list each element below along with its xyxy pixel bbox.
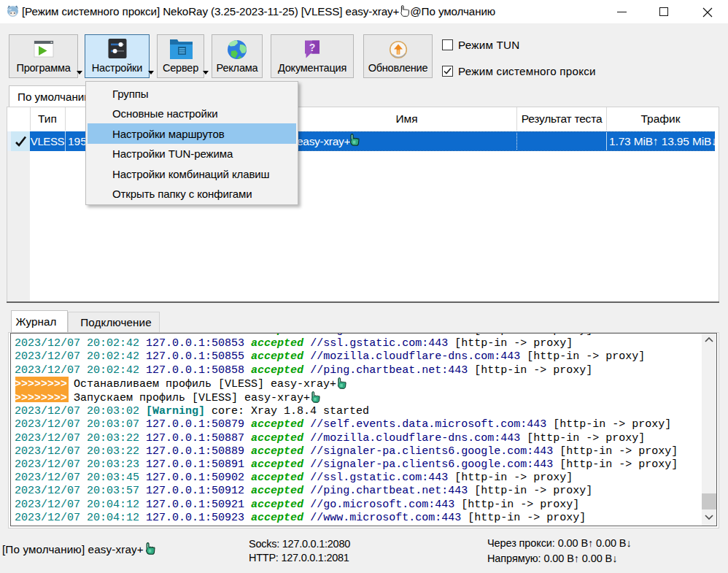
svg-text:?: ?: [309, 41, 316, 53]
